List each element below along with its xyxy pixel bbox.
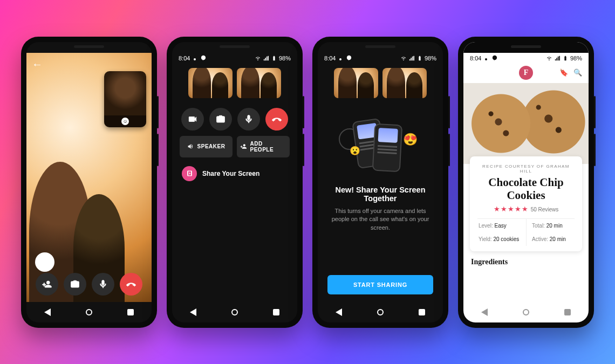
signal-icon (263, 56, 269, 61)
phone-1: ← ☺ (21, 37, 157, 328)
nav-recent-icon[interactable] (419, 309, 425, 315)
nav-back-icon[interactable] (481, 308, 488, 316)
hangup-icon (272, 114, 282, 124)
switch-camera-icon (70, 279, 80, 289)
screen-2: 8:04 98% (172, 42, 297, 322)
participant-thumbnails (318, 63, 443, 100)
hangup-icon (126, 279, 136, 289)
start-sharing-button[interactable]: START SHARING (327, 275, 433, 294)
nav-back-icon[interactable] (190, 308, 196, 316)
add-person-icon (240, 143, 247, 150)
share-screen-icon (182, 166, 197, 181)
status-bar: 8:04 98% (463, 53, 589, 63)
nav-home-icon[interactable] (523, 309, 529, 315)
screen-3: 8:04 98% 😮 😍 New! Share Y (318, 42, 443, 322)
recipe-card: RECIPE COURTESY OF GRAHAM HILL Chocolate… (470, 156, 582, 251)
nav-home-icon[interactable] (86, 309, 92, 315)
speaker-icon (187, 143, 194, 150)
mic-icon (98, 279, 108, 289)
screen-4: 8:04 98% F 🔖 🔍 RECIPE COURTESY OF GRAHAM… (463, 42, 589, 322)
end-call-button[interactable] (265, 108, 288, 131)
android-navbar (172, 302, 297, 322)
nav-recent-icon[interactable] (273, 309, 279, 315)
status-bar: 8:04 98% (172, 53, 297, 63)
recipe-hero-image (463, 83, 589, 164)
participant-thumbnails (172, 63, 297, 100)
switch-camera-button[interactable] (209, 108, 232, 131)
battery-icon (271, 56, 277, 61)
signal-icon (408, 56, 415, 61)
signal-icon (554, 56, 561, 61)
status-time: 8:04 (470, 55, 481, 61)
call-controls-row (26, 267, 152, 302)
nav-recent-icon[interactable] (564, 309, 571, 315)
add-person-button[interactable] (36, 273, 58, 296)
recipe-rating[interactable]: ★★★★★50 Reviews (477, 205, 575, 213)
end-call-button[interactable] (120, 273, 142, 296)
messenger-icon (200, 55, 207, 60)
participant-thumb-2[interactable] (237, 68, 281, 98)
battery-icon (416, 56, 423, 61)
recipe-section-heading: Ingredients (471, 258, 581, 266)
recipe-reviews-count: 50 Reviews (531, 207, 559, 212)
bookmark-icon[interactable]: 🔖 (559, 68, 568, 77)
wifi-icon (400, 56, 407, 61)
status-time: 8:04 (179, 55, 190, 61)
share-screen-promo: 😮 😍 New! Share Your Screen Together This… (318, 100, 443, 302)
status-time: 8:04 (324, 55, 336, 61)
recipe-kicker: RECIPE COURTESY OF GRAHAM HILL (477, 164, 575, 174)
wifi-icon (255, 56, 261, 61)
share-screen-row[interactable]: Share Your Screen (172, 161, 297, 187)
brand-logo[interactable]: F (519, 66, 533, 80)
status-battery: 98% (279, 55, 291, 61)
nav-recent-icon[interactable] (127, 309, 134, 315)
secondary-controls: SPEAKER ADD PEOPLE (172, 135, 297, 161)
share-screen-label: Share Your Screen (202, 170, 259, 177)
promo-illustration-icon: 😮 😍 (340, 116, 421, 176)
video-icon (188, 114, 197, 124)
participant-thumb-1[interactable] (334, 68, 378, 98)
wifi-icon (546, 56, 552, 61)
status-battery: 98% (570, 55, 582, 61)
status-bar: 8:04 98% (318, 53, 443, 63)
promo-subtitle: This turns off your camera and lets peop… (327, 207, 433, 233)
search-icon[interactable]: 🔍 (573, 68, 582, 77)
status-battery: 98% (425, 55, 436, 61)
promo-title: New! Share Your Screen Together (327, 186, 433, 203)
nav-home-icon[interactable] (231, 309, 238, 315)
android-navbar (463, 302, 589, 322)
phone-4: 8:04 98% F 🔖 🔍 RECIPE COURTESY OF GRAHAM… (458, 37, 594, 328)
mute-button[interactable] (92, 273, 114, 296)
mic-icon (244, 114, 254, 124)
phone-3: 8:04 98% 😮 😍 New! Share Y (312, 37, 448, 328)
battery-icon (562, 56, 569, 61)
android-navbar (26, 302, 152, 322)
participant-thumb-2[interactable] (382, 68, 427, 98)
messenger-icon (491, 55, 498, 60)
recipe-meta: Level: Easy Total: 20 min Yield: 20 cook… (477, 218, 575, 246)
participant-thumb-1[interactable] (188, 68, 233, 98)
messenger-icon (346, 55, 352, 60)
add-person-icon (42, 279, 52, 289)
pip-emoji-icon[interactable]: ☺ (121, 118, 129, 125)
speaker-button[interactable]: SPEAKER (180, 136, 233, 157)
primary-controls (172, 100, 297, 135)
screen-1: ← ☺ (26, 42, 152, 322)
self-view-pip[interactable]: ☺ (104, 71, 146, 127)
recipe-header: F 🔖 🔍 (463, 63, 589, 83)
recipe-title: Chocolate Chip Cookies (477, 176, 575, 202)
video-call-main: ← ☺ (26, 53, 152, 302)
add-people-button[interactable]: ADD PEOPLE (237, 136, 290, 157)
switch-camera-icon (216, 114, 226, 124)
android-navbar (318, 302, 443, 322)
switch-camera-button[interactable] (64, 273, 86, 296)
nav-back-icon[interactable] (44, 308, 51, 316)
mute-button[interactable] (237, 108, 260, 131)
video-toggle-button[interactable] (181, 108, 204, 131)
nav-home-icon[interactable] (377, 309, 384, 315)
phone-2: 8:04 98% (167, 37, 303, 328)
back-icon[interactable]: ← (32, 58, 43, 71)
nav-back-icon[interactable] (336, 308, 342, 316)
